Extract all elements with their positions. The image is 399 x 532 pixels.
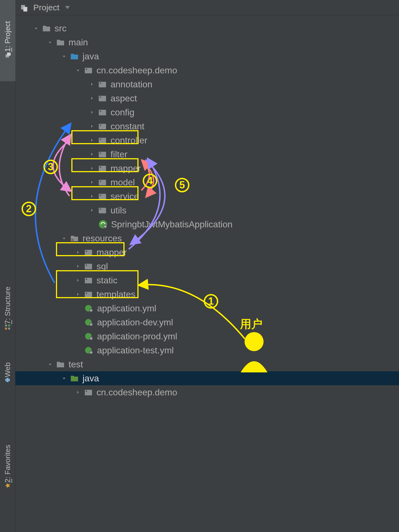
tree-row-test[interactable]: test xyxy=(15,357,399,371)
tree-row-mapper[interactable]: mapper xyxy=(15,161,399,175)
tree-row-src[interactable]: src xyxy=(15,21,399,35)
tree-node-label: cn.codesheep.demo xyxy=(95,66,177,75)
chevron-right-icon[interactable] xyxy=(88,150,96,158)
pkg-icon xyxy=(98,206,107,215)
tree-row-cn-codesheep-demo[interactable]: cn.codesheep.demo xyxy=(15,385,399,399)
star-icon xyxy=(5,483,11,488)
tree-node-label: templates xyxy=(95,290,135,299)
tree-node-label: aspect xyxy=(109,94,137,103)
chevron-right-icon[interactable] xyxy=(74,276,82,284)
chevron-right-icon[interactable] xyxy=(88,108,96,116)
tree-node-label: resources xyxy=(81,234,122,243)
pkg-icon xyxy=(84,276,93,285)
chevron-down-icon[interactable] xyxy=(32,24,40,32)
tree-node-label: java xyxy=(81,52,99,61)
chevron-down-icon[interactable] xyxy=(46,38,54,46)
tree-node-label: SpringbtJwtMybatisApplication xyxy=(109,220,233,229)
chevron-down-icon[interactable] xyxy=(60,234,68,242)
chevron-right-icon[interactable] xyxy=(74,290,82,298)
tree-row-java[interactable]: java xyxy=(15,49,399,63)
tree-node-label: controller xyxy=(109,136,147,145)
project-panel-title: Project xyxy=(33,3,59,12)
chevron-down-icon[interactable] xyxy=(60,52,68,60)
resources-icon xyxy=(70,234,79,243)
tree-row-application-test-yml[interactable]: application-test.yml xyxy=(15,343,399,357)
pkg-icon xyxy=(98,164,107,173)
tree-row-templates[interactable]: templates xyxy=(15,287,399,301)
view-mode-dropdown-icon[interactable] xyxy=(64,4,71,11)
tree-row-config[interactable]: config xyxy=(15,105,399,119)
tree-node-label: filter xyxy=(109,150,127,159)
tree-row-cn-codesheep-demo[interactable]: cn.codesheep.demo xyxy=(15,63,399,77)
tree-node-label: test xyxy=(67,360,83,369)
folder-gray-icon xyxy=(56,360,65,369)
tree-row-java[interactable]: java xyxy=(15,371,399,385)
chevron-down-icon[interactable] xyxy=(46,360,54,368)
chevron-right-icon[interactable] xyxy=(88,136,96,144)
yml-icon xyxy=(84,318,94,327)
chevron-right-icon[interactable] xyxy=(88,164,96,172)
pkg-icon xyxy=(84,262,93,271)
toolwindow-web-label: Web xyxy=(3,363,12,377)
folder-gray-icon xyxy=(42,24,51,33)
chevron-right-icon[interactable] xyxy=(88,206,96,214)
pkg-icon xyxy=(98,80,107,89)
toolwindow-structure-tab[interactable]: 7: Structure xyxy=(0,274,15,344)
tree-node-label: mapper xyxy=(109,164,141,173)
project-tree[interactable]: srcmainjavacn.codesheep.demoannotationas… xyxy=(15,15,399,532)
tree-row-mapper[interactable]: mapper xyxy=(15,245,399,259)
tree-node-label: service xyxy=(109,192,139,201)
tree-node-label: annotation xyxy=(109,80,152,89)
tree-node-label: application-dev.yml xyxy=(95,318,173,327)
toolwindow-favorites-label: 2: Favorites xyxy=(3,445,12,483)
tree-row-service[interactable]: service xyxy=(15,189,399,203)
tree-node-label: sql xyxy=(95,262,108,271)
chevron-right-icon[interactable] xyxy=(88,80,96,88)
toolwindow-favorites-tab[interactable]: 2: Favorites xyxy=(0,428,15,507)
tree-row-sql[interactable]: sql xyxy=(15,259,399,273)
tree-row-filter[interactable]: filter xyxy=(15,147,399,161)
spring-icon xyxy=(98,220,108,229)
tree-row-constant[interactable]: constant xyxy=(15,119,399,133)
pkg-icon xyxy=(98,136,107,145)
project-icon xyxy=(20,4,28,11)
tree-row-utils[interactable]: utils xyxy=(15,203,399,217)
pkg-icon xyxy=(98,94,107,103)
chevron-right-icon[interactable] xyxy=(88,178,96,186)
chevron-right-icon[interactable] xyxy=(74,388,82,396)
left-toolstrip: 1: Project 7: Structure Web 2: Favorites xyxy=(0,0,15,532)
tree-row-resources[interactable]: resources xyxy=(15,231,399,245)
tree-row-controller[interactable]: controller xyxy=(15,133,399,147)
toolwindow-web-tab[interactable]: Web xyxy=(0,353,15,395)
tree-row-main[interactable]: main xyxy=(15,35,399,49)
chevron-right-icon[interactable] xyxy=(88,192,96,200)
toolwindow-project-label: 1: Project xyxy=(3,21,12,52)
tree-row-springbtjwtmybatisapplication[interactable]: SpringbtJwtMybatisApplication xyxy=(15,217,399,231)
chevron-down-icon[interactable] xyxy=(74,66,82,74)
project-panel-header: Project xyxy=(15,0,399,15)
chevron-right-icon[interactable] xyxy=(88,94,96,102)
pkg-icon xyxy=(84,388,93,397)
tree-row-aspect[interactable]: aspect xyxy=(15,91,399,105)
toolwindow-structure-label: 7: Structure xyxy=(3,287,12,324)
pkg-icon xyxy=(98,108,107,117)
tree-row-application-yml[interactable]: application.yml xyxy=(15,301,399,315)
tree-node-label: main xyxy=(67,38,88,47)
chevron-right-icon[interactable] xyxy=(74,262,82,270)
chevron-right-icon[interactable] xyxy=(88,122,96,130)
tree-node-label: config xyxy=(109,108,134,117)
folder-blue-icon xyxy=(70,52,79,61)
pkg-icon xyxy=(84,66,93,75)
chevron-down-icon[interactable] xyxy=(60,374,68,382)
tree-row-static[interactable]: static xyxy=(15,273,399,287)
tree-row-application-dev-yml[interactable]: application-dev.yml xyxy=(15,315,399,329)
chevron-right-icon[interactable] xyxy=(74,248,82,256)
yml-icon xyxy=(84,332,94,341)
tree-row-model[interactable]: model xyxy=(15,175,399,189)
pkg-icon xyxy=(98,178,107,187)
project-icon xyxy=(5,52,11,58)
tree-row-application-prod-yml[interactable]: application-prod.yml xyxy=(15,329,399,343)
tree-row-annotation[interactable]: annotation xyxy=(15,77,399,91)
folder-green-icon xyxy=(70,374,79,383)
toolwindow-project-tab[interactable]: 1: Project xyxy=(0,0,15,81)
